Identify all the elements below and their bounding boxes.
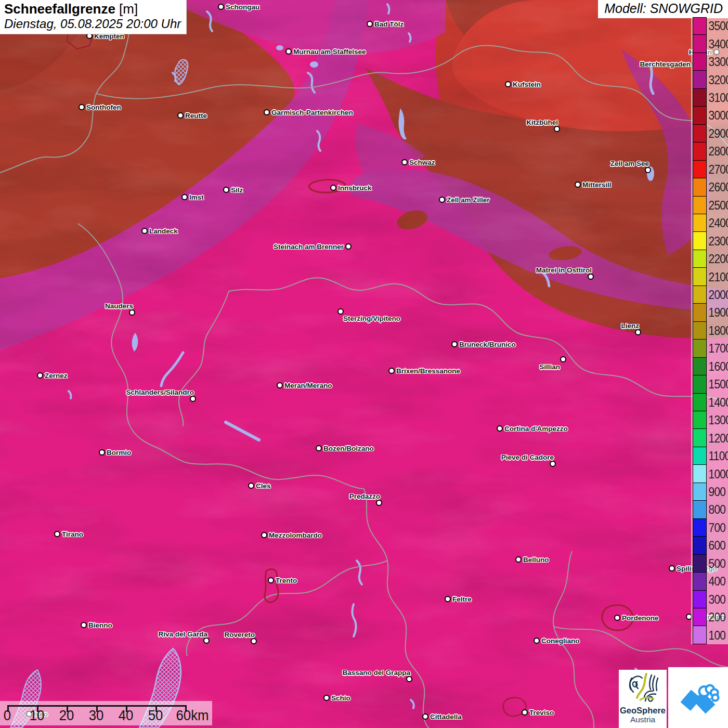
- weather-map-screen: SchongauBad TölzKemptenMurnau am Staffel…: [0, 0, 728, 728]
- legend-level-row: 1300: [691, 411, 728, 429]
- legend-color-swatch: [693, 608, 707, 626]
- city-label: Feltre: [452, 595, 472, 603]
- city-dot: [203, 638, 210, 644]
- city-label: Sonthofen: [86, 103, 121, 111]
- legend-color-swatch: [693, 518, 707, 537]
- city-label: Sterzing/Vipiteno: [343, 315, 400, 322]
- legend-value-label: 100: [707, 629, 725, 642]
- legend-level-row: 1100: [691, 447, 728, 465]
- city-dot: [141, 228, 148, 234]
- legend-value-label: 1400: [707, 396, 728, 409]
- city-dot: [522, 709, 528, 716]
- legend-value-label: 200: [707, 611, 725, 623]
- scale-bar-number: 30: [89, 707, 104, 724]
- legend-level-row: 200: [691, 608, 728, 626]
- city-label: Zell am Ziller: [447, 196, 490, 204]
- title-text: Schneefallgrenze: [4, 1, 115, 17]
- city-label: Imst: [189, 193, 204, 201]
- legend-level-row: 1500: [691, 375, 728, 393]
- legend-value-label: 2300: [707, 235, 728, 248]
- mountain-cloud-logo-icon: [672, 672, 724, 724]
- city-label: Reutte: [185, 112, 207, 120]
- city-dot: [261, 532, 267, 538]
- city-dot: [337, 308, 344, 315]
- city-dot: [129, 309, 135, 316]
- city-dot: [554, 126, 560, 132]
- city-dot: [588, 274, 594, 280]
- legend-color-swatch: [693, 411, 707, 429]
- city-label: Berchtesgaden: [640, 60, 691, 68]
- city-dot: [669, 565, 675, 571]
- legend-value-label: 2100: [707, 271, 728, 283]
- legend-level-row: 500: [691, 555, 728, 573]
- city-dot: [181, 194, 188, 200]
- city-dot: [560, 356, 566, 362]
- city-label: Predazzo: [349, 492, 380, 500]
- legend-level-row: 3100: [691, 89, 728, 107]
- city-label: Lienz: [621, 322, 639, 330]
- legend-value-label: 1200: [707, 432, 728, 445]
- city-dot: [223, 187, 229, 193]
- city-label: Innsbruck: [338, 184, 372, 192]
- city-label: Bienno: [88, 621, 112, 629]
- city-dot: [277, 382, 283, 388]
- city-label: Silz: [231, 186, 243, 194]
- city-dot: [497, 425, 503, 432]
- legend-value-label: 1100: [707, 450, 728, 462]
- legend-color-swatch: [693, 464, 707, 483]
- legend-value-label: 3000: [707, 109, 728, 122]
- legend-color-swatch: [693, 447, 707, 465]
- legend-value-label: 1700: [707, 342, 728, 355]
- city-label: Mittersill: [582, 181, 612, 189]
- legend-color-swatch: [693, 160, 707, 178]
- legend-color-swatch: [693, 124, 707, 142]
- legend-value-label: 2600: [707, 181, 728, 193]
- city-label: Brixen/Bressanone: [396, 367, 460, 375]
- legend-level-row: 2400: [691, 214, 728, 232]
- page-title: Schneefallgrenze [m]: [4, 2, 181, 17]
- city-label: Schlanders/Silandro: [126, 388, 194, 396]
- city-label: Zernez: [45, 372, 68, 380]
- legend-color-swatch: [693, 626, 707, 644]
- city-dot: [323, 695, 330, 701]
- city-dot: [99, 449, 105, 456]
- legend-value-label: 2800: [707, 145, 728, 158]
- city-label: Kitzbühel: [526, 119, 558, 126]
- legend-level-row: 2100: [691, 268, 728, 285]
- city-label: Pieve di Cadore: [501, 453, 554, 461]
- city-dot: [79, 104, 85, 110]
- city-label: Bruneck/Brunico: [459, 341, 516, 348]
- city-label: Trento: [276, 577, 297, 584]
- legend-level-row: 2000: [691, 286, 728, 304]
- city-dot: [264, 109, 270, 115]
- legend-value-label: 2500: [707, 199, 728, 212]
- legend-level-row: 2600: [691, 178, 728, 196]
- legend-value-label: 600: [707, 539, 725, 552]
- city-dot: [177, 112, 184, 119]
- legend-color-swatch: [693, 142, 707, 160]
- legend-value-label: 400: [707, 575, 725, 588]
- legend-color-swatch: [693, 196, 707, 214]
- city-label: Cortina d'Ampezzo: [504, 425, 568, 433]
- legend-value-label: 900: [707, 486, 725, 498]
- scale-bar-number: 0: [4, 707, 11, 724]
- city-marker-layer: SchongauBad TölzKemptenMurnau am Staffel…: [0, 0, 728, 728]
- legend-level-row: 1200: [691, 429, 728, 447]
- city-dot: [645, 167, 651, 173]
- legend-level-row: 2700: [691, 161, 728, 178]
- city-label: Bad Tölz: [374, 20, 404, 28]
- legend-color-swatch: [693, 536, 707, 554]
- legend-level-row: 800: [691, 501, 728, 518]
- city-dot: [316, 445, 322, 451]
- legend-level-row: 1000: [691, 465, 728, 483]
- map-scale-bar: 0102030405060km: [0, 701, 212, 725]
- legend-level-row: 1700: [691, 340, 728, 357]
- city-dot: [401, 159, 408, 165]
- legend-value-label: 500: [707, 557, 725, 570]
- legend-value-label: 800: [707, 503, 725, 516]
- legend-color-swatch: [693, 500, 707, 518]
- legend-color-swatch: [693, 250, 707, 268]
- legend-level-row: 2200: [691, 250, 728, 268]
- mountain-cloud-logo: [668, 667, 728, 728]
- legend-value-label: 3300: [707, 56, 728, 68]
